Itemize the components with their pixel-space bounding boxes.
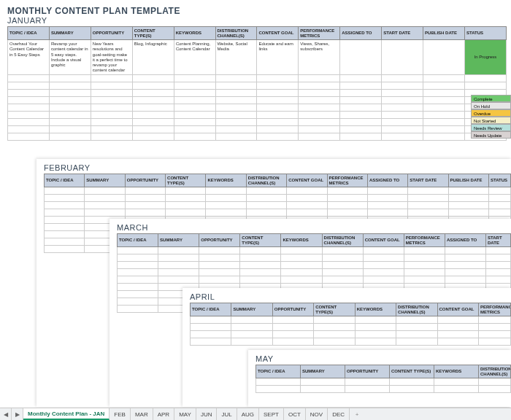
- tab-next-icon[interactable]: ▶: [12, 408, 23, 420]
- col-status: STATUS: [464, 27, 506, 40]
- cell-assigned[interactable]: [340, 40, 382, 75]
- table-row[interactable]: Overhaul Your Content Calendar in 5 Easy…: [8, 40, 507, 75]
- col-goal: CONTENT GOAL: [257, 27, 299, 40]
- col-opportunity: OPPORTUNITY: [125, 174, 165, 187]
- tab-dec[interactable]: DEC: [328, 408, 350, 420]
- col-summary: SUMMARY: [158, 234, 199, 247]
- tab-nov[interactable]: NOV: [306, 408, 328, 420]
- cell-status[interactable]: In Progress: [464, 40, 506, 75]
- month-may: MAY: [256, 354, 511, 363]
- col-contenttype: CONTENT TYPE(S): [240, 234, 281, 247]
- january-table: TOPIC / IDEA SUMMARY OPPORTUNITY CONTENT…: [7, 26, 507, 141]
- col-distribution: DISTRIBUTION CHANNEL(S): [479, 365, 511, 378]
- col-summary: SUMMARY: [301, 365, 345, 378]
- cell-summary[interactable]: Revamp your content calendar in 5 easy s…: [49, 40, 91, 75]
- tab-mar[interactable]: MAR: [131, 408, 153, 420]
- tab-prev-icon[interactable]: ◀: [0, 408, 12, 420]
- col-keywords: KEYWORDS: [434, 365, 479, 378]
- tab-add-icon[interactable]: +: [350, 408, 364, 420]
- col-status: STATUS: [489, 174, 511, 187]
- tab-feb[interactable]: FEB: [110, 408, 131, 420]
- col-opportunity: OPPORTUNITY: [91, 27, 132, 40]
- col-topic: TOPIC / IDEA: [45, 174, 85, 187]
- col-contenttype: CONTENT TYPE(S): [132, 27, 174, 40]
- cell-contenttype[interactable]: Blog, Infographic: [132, 40, 174, 75]
- col-summary: SUMMARY: [85, 174, 125, 187]
- col-keywords: KEYWORDS: [174, 27, 215, 40]
- month-february: FEBRUARY: [44, 163, 511, 172]
- cell-metrics[interactable]: Views, Shares, subscribers: [299, 40, 340, 75]
- col-distribution: DISTRIBUTION CHANNEL(S): [322, 234, 363, 247]
- col-keywords: KEYWORDS: [355, 303, 396, 316]
- tab-may[interactable]: MAY: [174, 408, 196, 420]
- april-table: TOPIC / IDEASUMMARYOPPORTUNITYCONTENT TY…: [190, 303, 511, 346]
- col-publish: PUBLISH DATE: [448, 174, 488, 187]
- tab-jan[interactable]: Monthly Content Plan - JAN: [23, 408, 110, 420]
- col-goal: CONTENT GOAL: [437, 303, 478, 316]
- tab-sept[interactable]: SEPT: [259, 408, 284, 420]
- legend-overdue: Overdue: [471, 109, 511, 117]
- cell-opportunity[interactable]: New Years resolutions and goal-setting m…: [91, 40, 132, 75]
- col-distribution: DISTRIBUTION CHANNEL(S): [246, 174, 286, 187]
- col-opportunity: OPPORTUNITY: [345, 365, 390, 378]
- col-opportunity: OPPORTUNITY: [199, 234, 240, 247]
- legend-notstarted: Not Started: [471, 117, 511, 124]
- col-distribution: DISTRIBUTION CHANNEL(S): [396, 303, 437, 316]
- month-march: MARCH: [117, 223, 511, 232]
- month-january: JANUARY: [7, 16, 507, 25]
- col-topic: TOPIC / IDEA: [118, 234, 158, 247]
- col-assigned: ASSIGNED TO: [340, 27, 382, 40]
- col-topic: TOPIC / IDEA: [8, 27, 50, 40]
- col-assigned: ASSIGNED TO: [445, 234, 485, 247]
- tab-jun[interactable]: JUN: [196, 408, 218, 420]
- month-april: APRIL: [190, 292, 511, 301]
- legend-onhold: On Hold: [471, 102, 511, 109]
- col-goal: CONTENT GOAL: [287, 174, 327, 187]
- sheet-tabs: ◀ ▶ Monthly Content Plan - JAN FEB MAR A…: [0, 408, 511, 420]
- col-start: START DATE: [486, 234, 511, 247]
- col-summary: SUMMARY: [49, 27, 91, 40]
- legend-needsupdate: Needs Update: [471, 131, 511, 139]
- tab-apr[interactable]: APR: [153, 408, 174, 420]
- col-contenttype: CONTENT TYPE(S): [314, 303, 355, 316]
- col-publish: PUBLISH DATE: [423, 27, 465, 40]
- cell-topic[interactable]: Overhaul Your Content Calendar in 5 Easy…: [8, 40, 50, 75]
- tab-jul[interactable]: JUL: [217, 408, 237, 420]
- legend-complete: Complete: [471, 95, 511, 102]
- col-metrics: PERFORMANCE METRICS: [479, 303, 511, 316]
- col-keywords: KEYWORDS: [281, 234, 322, 247]
- col-opportunity: OPPORTUNITY: [272, 303, 313, 316]
- col-start: START DATE: [382, 27, 423, 40]
- col-goal: CONTENT GOAL: [363, 234, 404, 247]
- status-legend: Complete On Hold Overdue Not Started Nee…: [471, 95, 511, 139]
- cell-goal[interactable]: Educate and earn links: [257, 40, 299, 75]
- tab-oct[interactable]: OCT: [284, 408, 306, 420]
- col-metrics: PERFORMANCE METRICS: [404, 234, 445, 247]
- col-assigned: ASSIGNED TO: [367, 174, 407, 187]
- cell-start[interactable]: [382, 40, 423, 75]
- may-table: TOPIC / IDEASUMMARYOPPORTUNITYCONTENT TY…: [256, 365, 511, 393]
- col-distribution: DISTRIBUTION CHANNEL(S): [215, 27, 257, 40]
- col-keywords: KEYWORDS: [206, 174, 246, 187]
- cell-publish[interactable]: [423, 40, 465, 75]
- col-topic: TOPIC / IDEA: [191, 303, 231, 316]
- cell-keywords[interactable]: Content Planning, Content Calendar: [174, 40, 215, 75]
- col-contenttype: CONTENT TYPE(S): [390, 365, 434, 378]
- col-start: START DATE: [408, 174, 448, 187]
- col-metrics: PERFORMANCE METRICS: [299, 27, 340, 40]
- col-summary: SUMMARY: [231, 303, 272, 316]
- tab-aug[interactable]: AUG: [237, 408, 259, 420]
- legend-needsreview: Needs Review: [471, 124, 511, 131]
- template-title: MONTHLY CONTENT PLAN TEMPLATE: [7, 6, 507, 16]
- col-metrics: PERFORMANCE METRICS: [327, 174, 367, 187]
- cell-distribution[interactable]: Website, Social Media: [215, 40, 257, 75]
- col-topic: TOPIC / IDEA: [256, 365, 301, 378]
- col-contenttype: CONTENT TYPE(S): [166, 174, 206, 187]
